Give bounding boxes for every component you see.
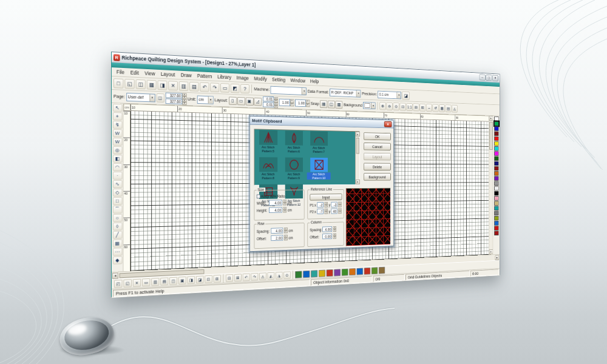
motif-item[interactable]: Arc Stitch Pattern:10 — [307, 158, 331, 184]
fill-tool[interactable]: ◧ — [112, 155, 122, 163]
select-tool[interactable]: ↖ — [112, 104, 122, 112]
row-spacing-field[interactable]: 4.00 — [271, 228, 283, 234]
data-format-select[interactable]: R QEF: RICHP ▼ — [330, 89, 361, 98]
palette-color[interactable] — [494, 151, 498, 155]
menu-item[interactable]: View — [141, 70, 158, 76]
bottom-tool-icon[interactable]: ↶ — [243, 274, 250, 281]
bottom-tool-icon[interactable]: ▭ — [142, 278, 150, 286]
palette-color[interactable] — [494, 216, 498, 221]
menu-item[interactable]: Layout — [158, 71, 178, 78]
zoom-window-icon[interactable]: ⊡ — [400, 103, 406, 110]
precision-select[interactable]: 0.1 cm ▼ — [378, 90, 401, 99]
menu-item[interactable]: File — [114, 69, 127, 75]
column-offset-field[interactable]: 0.00 — [322, 234, 332, 239]
snap-grid-icon[interactable]: ▦ — [320, 100, 327, 108]
bottom-tool-icon[interactable]: ◭ — [268, 272, 275, 280]
menu-item[interactable]: Draw — [178, 72, 194, 78]
spin-down-icon[interactable]: ▼ — [338, 211, 341, 214]
zoom-fit-icon[interactable]: ⊞ — [413, 103, 419, 111]
print-icon[interactable]: ▭ — [220, 83, 229, 93]
help-icon[interactable]: ? — [240, 84, 249, 93]
ok-button[interactable]: OK — [364, 132, 391, 140]
palette-color[interactable] — [494, 226, 498, 231]
scroll-right-icon[interactable]: ▶ — [495, 255, 500, 260]
ellipse-tool[interactable]: ○ — [112, 214, 122, 222]
bottom-tool-icon[interactable]: ↷ — [251, 273, 258, 281]
offset-y-field[interactable]: 0.01 — [263, 102, 274, 107]
spin-down-icon[interactable]: ▼ — [284, 231, 288, 234]
palette-color[interactable] — [494, 146, 498, 150]
redraw-icon[interactable]: ↺ — [433, 104, 439, 112]
delete-button[interactable]: Delete — [364, 163, 391, 170]
spin-down-icon[interactable]: ▼ — [284, 238, 288, 241]
palette-color[interactable] — [494, 131, 498, 136]
bottom-tool-color-icon[interactable] — [303, 271, 310, 278]
bottom-tool-icon[interactable]: ◨ — [187, 276, 195, 284]
export-icon[interactable]: ◨ — [158, 80, 168, 90]
snap-guide-icon[interactable]: ◫ — [328, 100, 335, 108]
layout-diagonal-icon[interactable]: ◿ — [254, 98, 262, 106]
menu-item[interactable]: Pattern — [194, 73, 214, 79]
polygon-tool[interactable]: ◇ — [112, 189, 122, 197]
spin-down-icon[interactable]: ▼ — [283, 203, 287, 206]
bottom-tool-color-icon[interactable] — [356, 268, 363, 275]
menu-item[interactable]: Edit — [127, 69, 142, 76]
bottom-tool-color-icon[interactable] — [379, 267, 385, 274]
palette-color[interactable] — [494, 231, 498, 235]
palette-color[interactable] — [494, 121, 498, 126]
motif-item[interactable]: Arc Stitch Pattern:6 — [281, 130, 307, 158]
palette-color[interactable] — [494, 141, 498, 146]
cut-icon[interactable]: ✕ — [168, 81, 178, 90]
zoom-all-icon[interactable]: ⊠ — [419, 104, 426, 112]
zoom-tool[interactable]: ◎ — [112, 146, 122, 154]
zoom-out-icon[interactable]: ⊖ — [387, 103, 393, 110]
palette-color[interactable] — [494, 171, 498, 175]
bottom-tool-icon[interactable]: ✕ — [133, 279, 141, 288]
bottom-tool-icon[interactable]: ◰ — [114, 280, 123, 288]
lightning-tool[interactable]: ↯ — [112, 121, 122, 129]
spin-down-icon[interactable]: ▼ — [324, 204, 328, 207]
zoom-previous-icon[interactable]: ⊙ — [393, 103, 399, 110]
chevron-down-icon[interactable]: ▼ — [208, 96, 213, 104]
dots-tool[interactable]: ⋯ — [112, 248, 122, 256]
bottom-tool-icon[interactable]: ⊡ — [205, 275, 212, 283]
zoom-in-icon[interactable]: ⊕ — [379, 102, 385, 110]
p2-y-field[interactable]: 40 — [331, 208, 337, 214]
menu-item[interactable]: Help — [308, 78, 321, 84]
palette-color[interactable] — [494, 211, 498, 216]
shape-tool[interactable]: ◊ — [112, 223, 122, 231]
chevron-down-icon[interactable]: ▼ — [302, 87, 306, 94]
spin-down-icon[interactable]: ▼ — [182, 102, 186, 105]
zoom-1-1-icon[interactable]: 1:1 — [407, 103, 413, 111]
save-all-icon[interactable]: ▦ — [147, 79, 157, 89]
menu-item[interactable]: Setting — [270, 76, 288, 83]
spin-down-icon[interactable]: ▼ — [333, 236, 336, 239]
spin-down-icon[interactable]: ▼ — [274, 105, 278, 108]
palette-color[interactable] — [494, 136, 498, 141]
save-icon[interactable]: ◫ — [136, 79, 146, 89]
palette-color[interactable] — [494, 116, 498, 121]
palette-color[interactable] — [494, 157, 498, 161]
spin-down-icon[interactable]: ▼ — [306, 103, 310, 107]
snap-object-icon[interactable]: ▩ — [336, 101, 343, 109]
arc-tool[interactable]: ◠ — [112, 163, 122, 171]
apply-settings-icon[interactable]: ◪ — [402, 91, 409, 99]
point-tool[interactable]: ∙ — [112, 172, 122, 180]
palette-color[interactable] — [494, 176, 498, 180]
palette-color[interactable] — [494, 201, 498, 206]
bottom-tool-icon[interactable]: ▥ — [151, 278, 159, 286]
node-edit-tool[interactable]: ⌖ — [112, 112, 122, 120]
close-button[interactable]: ✕ — [492, 75, 498, 81]
show-stitch-icon[interactable]: ◬ — [452, 105, 458, 113]
bottom-tool-icon[interactable]: ⊠ — [234, 274, 242, 281]
open-icon[interactable]: ◱ — [124, 79, 134, 89]
scrollbar-thumb[interactable] — [356, 138, 359, 154]
copy-icon[interactable]: ▥ — [179, 81, 189, 91]
spin-down-icon[interactable]: ▼ — [333, 229, 336, 232]
bottom-tool-icon[interactable]: ▣ — [178, 277, 186, 285]
palette-color[interactable] — [494, 196, 498, 200]
new-icon[interactable]: □ — [114, 78, 124, 89]
pan-icon[interactable]: ↔ — [426, 104, 432, 112]
machine-select[interactable]: ▼ — [271, 86, 307, 95]
motif-item[interactable]: Arc Stitch Pattern:5 — [255, 130, 281, 157]
